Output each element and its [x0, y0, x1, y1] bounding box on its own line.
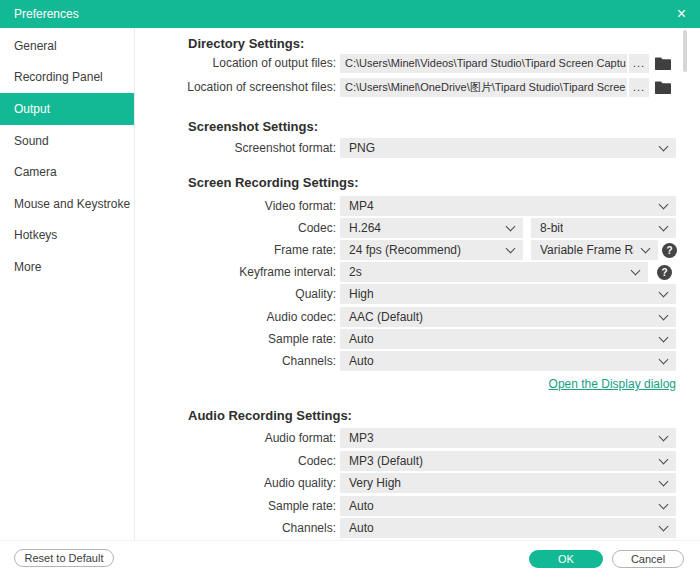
ok-button[interactable]: OK [529, 550, 603, 568]
preferences-dialog: Preferences × General Recording Panel Ou… [0, 0, 700, 579]
audio-codec-row: Audio codec: AAC (Default) [135, 307, 700, 327]
reset-to-default-button[interactable]: Reset to Default [14, 549, 114, 567]
audio-channels-row: Channels: Auto [135, 518, 700, 538]
screenshot-files-row: Location of screenshot files: C:\Users\M… [135, 77, 700, 97]
sample-rate-row: Sample rate: Auto [135, 329, 700, 349]
chevron-down-icon [659, 454, 669, 464]
dropdown-value: Auto [349, 521, 374, 535]
codec-dropdown[interactable]: H.264 [340, 218, 523, 238]
channels-label: Channels: [135, 354, 336, 368]
chevron-down-icon [641, 243, 651, 253]
folder-icon[interactable] [655, 57, 671, 70]
chevron-down-icon [659, 521, 669, 531]
chevron-down-icon [506, 243, 516, 253]
chevron-down-icon [659, 310, 669, 320]
chevron-down-icon [631, 265, 641, 275]
audio-format-dropdown[interactable]: MP3 [340, 428, 676, 448]
sidebar-item-hotkeys[interactable]: Hotkeys [0, 220, 134, 252]
output-files-path-value: C:\Users\Minel\Videos\Tipard Studio\Tipa… [345, 57, 626, 69]
sidebar-item-more[interactable]: More [0, 251, 134, 283]
channels-row: Channels: Auto [135, 351, 700, 371]
sidebar-item-label: Output [14, 102, 50, 116]
audio-sample-rate-row: Sample rate: Auto [135, 496, 700, 516]
dropdown-value: Very High [349, 476, 401, 490]
sidebar-item-camera[interactable]: Camera [0, 156, 134, 188]
chevron-down-icon [659, 221, 669, 231]
sidebar: General Recording Panel Output Sound Cam… [0, 28, 135, 540]
title-bar: Preferences × [0, 0, 700, 28]
help-icon[interactable]: ? [662, 243, 677, 258]
dropdown-value: PNG [349, 141, 375, 155]
folder-icon[interactable] [655, 81, 671, 94]
chevron-down-icon [659, 499, 669, 509]
sidebar-item-label: General [14, 39, 57, 53]
frame-rate-row: Frame rate: 24 fps (Recommend) Variable … [135, 240, 700, 260]
screenshot-files-path-field[interactable]: C:\Users\Minel\OneDrive\图片\Tipard Studio… [340, 78, 627, 97]
video-format-label: Video format: [135, 199, 336, 213]
dropdown-value: H.264 [349, 221, 381, 235]
scrollbar-thumb[interactable] [683, 30, 687, 72]
dropdown-value: MP3 (Default) [349, 454, 423, 468]
codec-row: Codec: H.264 8-bit [135, 218, 700, 238]
sidebar-item-output[interactable]: Output [0, 93, 134, 125]
screenshot-files-label: Location of screenshot files: [135, 80, 336, 94]
dropdown-value: MP4 [349, 199, 374, 213]
chevron-down-icon [659, 287, 669, 297]
dropdown-value: High [349, 287, 374, 301]
dropdown-value: AAC (Default) [349, 310, 423, 324]
audio-sample-rate-dropdown[interactable]: Auto [340, 496, 676, 516]
chevron-down-icon [659, 141, 669, 151]
audio-quality-dropdown[interactable]: Very High [340, 473, 676, 493]
bit-depth-dropdown[interactable]: 8-bit [531, 218, 676, 238]
sample-rate-label: Sample rate: [135, 332, 336, 346]
channels-dropdown[interactable]: Auto [340, 351, 676, 371]
output-files-row: Location of output files: C:\Users\Minel… [135, 53, 700, 73]
sidebar-item-mouse-and-keystroke[interactable]: Mouse and Keystroke [0, 188, 134, 220]
video-format-dropdown[interactable]: MP4 [340, 196, 676, 216]
screenshot-format-label: Screenshot format: [135, 141, 336, 155]
output-files-path-field[interactable]: C:\Users\Minel\Videos\Tipard Studio\Tipa… [340, 54, 627, 73]
screen-recording-settings-heading: Screen Recording Settings: [188, 175, 358, 190]
frame-rate-mode-dropdown[interactable]: Variable Frame Rate [531, 240, 658, 260]
quality-row: Quality: High [135, 284, 700, 304]
screenshot-files-browse-button[interactable]: ... [629, 78, 649, 97]
sidebar-item-general[interactable]: General [0, 30, 134, 62]
screenshot-format-dropdown[interactable]: PNG [340, 138, 676, 158]
dropdown-value: 24 fps (Recommend) [349, 243, 461, 257]
audio-quality-label: Audio quality: [135, 476, 336, 490]
keyframe-interval-dropdown[interactable]: 2s [340, 262, 648, 282]
quality-dropdown[interactable]: High [340, 284, 676, 304]
screenshot-files-path-value: C:\Users\Minel\OneDrive\图片\Tipard Studio… [345, 80, 625, 95]
open-display-dialog-link[interactable]: Open the Display dialog [549, 377, 676, 391]
audio-sample-rate-label: Sample rate: [135, 499, 336, 513]
audio-format-row: Audio format: MP3 [135, 428, 700, 448]
sample-rate-dropdown[interactable]: Auto [340, 329, 676, 349]
sidebar-item-recording-panel[interactable]: Recording Panel [0, 62, 134, 94]
close-icon[interactable]: × [677, 6, 686, 22]
dropdown-value: Auto [349, 354, 374, 368]
dropdown-value: 8-bit [540, 221, 563, 235]
audio-format-label: Audio format: [135, 431, 336, 445]
footer: Reset to Default OK Cancel [0, 540, 700, 579]
frame-rate-dropdown[interactable]: 24 fps (Recommend) [340, 240, 523, 260]
audio-channels-dropdown[interactable]: Auto [340, 518, 676, 538]
dropdown-value: 2s [349, 265, 362, 279]
help-icon[interactable]: ? [657, 265, 672, 280]
chevron-down-icon [659, 476, 669, 486]
frame-rate-label: Frame rate: [135, 243, 336, 257]
sidebar-item-label: Recording Panel [14, 70, 103, 84]
dropdown-value: Auto [349, 332, 374, 346]
audio-codec2-label: Codec: [135, 454, 336, 468]
sidebar-item-label: Sound [14, 134, 49, 148]
keyframe-interval-label: Keyframe interval: [135, 265, 336, 279]
dropdown-value: Variable Frame Rate [540, 243, 634, 257]
audio-codec-label: Audio codec: [135, 310, 336, 324]
chevron-down-icon [659, 354, 669, 364]
audio-channels-label: Channels: [135, 521, 336, 535]
audio-codec2-dropdown[interactable]: MP3 (Default) [340, 451, 676, 471]
audio-codec-dropdown[interactable]: AAC (Default) [340, 307, 676, 327]
dialog-title: Preferences [14, 7, 79, 21]
sidebar-item-sound[interactable]: Sound [0, 125, 134, 157]
output-files-browse-button[interactable]: ... [629, 54, 649, 73]
cancel-button[interactable]: Cancel [612, 550, 684, 568]
